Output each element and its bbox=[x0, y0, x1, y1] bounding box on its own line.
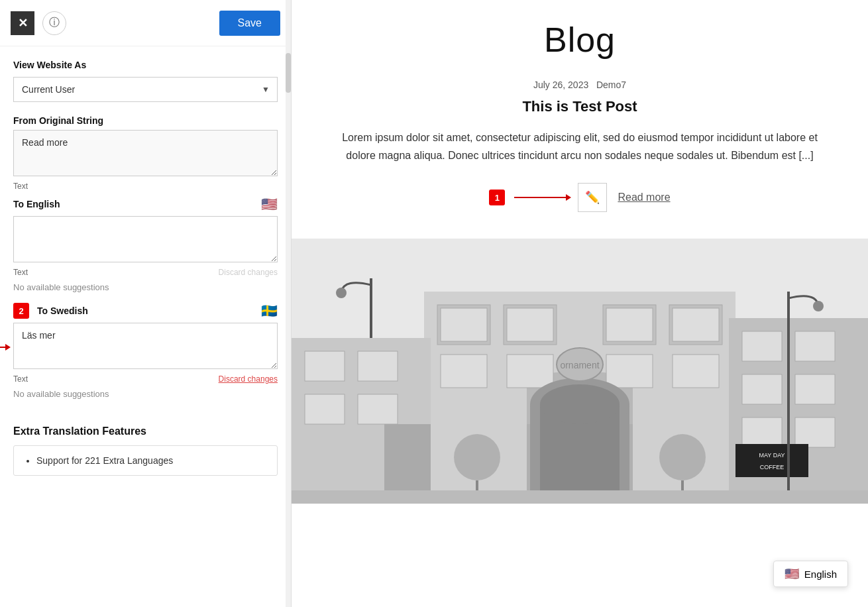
to-swedish-discard-link[interactable]: Discard changes bbox=[219, 374, 278, 384]
svg-rect-37 bbox=[735, 444, 808, 477]
svg-point-40 bbox=[454, 434, 500, 480]
to-swedish-header: 2 To Swedish 🇸🇪 bbox=[13, 303, 278, 319]
blog-title: Blog bbox=[292, 0, 868, 66]
svg-rect-16 bbox=[606, 355, 653, 388]
svg-rect-35 bbox=[742, 417, 782, 447]
panel-scroll: View Website As Current User Guest Admin… bbox=[0, 46, 291, 607]
scrollbar-track[interactable] bbox=[286, 0, 291, 607]
edit-button[interactable]: ✏️ bbox=[578, 183, 607, 212]
extra-features-section: Extra Translation Features Support for 2… bbox=[13, 425, 278, 476]
pencil-icon: ✏️ bbox=[585, 190, 600, 205]
extra-features-list: Support for 221 Extra Languages bbox=[25, 455, 266, 466]
svg-rect-15 bbox=[507, 355, 553, 388]
from-original-label: From Original String bbox=[13, 115, 103, 126]
view-website-label: View Website As bbox=[13, 60, 278, 70]
svg-rect-26 bbox=[358, 351, 398, 381]
svg-rect-27 bbox=[305, 394, 345, 424]
post-date: July 26, 2023 bbox=[533, 80, 588, 90]
badge-1-annotation: 1 bbox=[489, 190, 567, 205]
post-meta: July 26, 2023 Demo7 bbox=[335, 80, 825, 90]
post-body: Lorem ipsum dolor sit amet, consectetur … bbox=[335, 129, 825, 164]
svg-rect-12 bbox=[606, 308, 653, 341]
arrow-2 bbox=[0, 347, 7, 348]
scrollbar-thumb[interactable] bbox=[286, 53, 291, 93]
save-button[interactable]: Save bbox=[219, 11, 280, 36]
annotation-badge-2: 2 bbox=[13, 303, 29, 319]
to-swedish-type: Text bbox=[13, 374, 28, 384]
list-item: Support for 221 Extra Languages bbox=[36, 455, 266, 466]
to-swedish-label: To Swedish bbox=[37, 305, 88, 316]
to-english-type: Text bbox=[13, 268, 28, 277]
annotation-badge-1: 1 bbox=[489, 190, 505, 205]
left-panel: ✕ ⓘ Save View Website As Current User Gu… bbox=[0, 0, 292, 607]
svg-point-21 bbox=[540, 384, 620, 424]
to-swedish-footer: Text Discard changes bbox=[13, 374, 278, 384]
to-english-footer: Text Discard changes bbox=[13, 268, 278, 277]
to-swedish-textarea[interactable]: Läs mer bbox=[13, 323, 278, 369]
svg-rect-33 bbox=[742, 374, 782, 404]
svg-rect-17 bbox=[673, 355, 719, 388]
arrow-shaft-1 bbox=[514, 197, 567, 198]
svg-rect-32 bbox=[795, 331, 835, 361]
info-button[interactable]: ⓘ bbox=[42, 11, 66, 35]
svg-rect-11 bbox=[507, 308, 553, 341]
to-english-header: To English 🇺🇸 bbox=[13, 196, 278, 212]
from-original-textarea[interactable]: Read more bbox=[13, 130, 278, 176]
to-english-discard-link[interactable]: Discard changes bbox=[219, 268, 278, 277]
from-original-footer: Text bbox=[13, 182, 278, 191]
svg-rect-14 bbox=[441, 355, 487, 388]
to-swedish-group: 2 To Swedish 🇸🇪 Läs mer Text Discard cha… bbox=[13, 303, 278, 384]
language-flag: 🇺🇸 bbox=[785, 567, 799, 581]
english-flag: 🇺🇸 bbox=[261, 196, 278, 212]
svg-text:ornament: ornament bbox=[560, 360, 599, 370]
to-english-textarea[interactable] bbox=[13, 216, 278, 262]
svg-point-41 bbox=[659, 434, 706, 480]
to-swedish-suggestions: No available suggestions bbox=[13, 389, 278, 399]
close-button[interactable]: ✕ bbox=[11, 11, 34, 35]
view-website-select-wrapper: Current User Guest Admin bbox=[13, 77, 278, 102]
svg-point-2 bbox=[336, 288, 347, 298]
to-english-group: To English 🇺🇸 Text Discard changes bbox=[13, 196, 278, 277]
svg-text:COFFEE: COFFEE bbox=[760, 464, 785, 470]
arrow-1 bbox=[514, 197, 567, 198]
from-original-type: Text bbox=[13, 182, 28, 191]
svg-rect-34 bbox=[795, 374, 835, 404]
svg-point-45 bbox=[813, 301, 824, 311]
from-original-header: From Original String bbox=[13, 115, 278, 126]
language-button[interactable]: 🇺🇸 English bbox=[773, 561, 848, 587]
blog-image: ornament MAY DAY COFFEE bbox=[292, 239, 868, 504]
extra-features-title: Extra Translation Features bbox=[13, 425, 278, 437]
right-panel: Blog July 26, 2023 Demo7 This is Test Po… bbox=[292, 0, 868, 607]
svg-text:MAY DAY: MAY DAY bbox=[759, 452, 785, 459]
svg-rect-36 bbox=[795, 417, 835, 447]
read-more-area: 1 ✏️ Read more bbox=[335, 183, 825, 212]
svg-rect-13 bbox=[673, 308, 719, 341]
svg-rect-28 bbox=[358, 394, 398, 424]
extra-features-box: Support for 221 Extra Languages bbox=[13, 445, 278, 476]
building-illustration: ornament MAY DAY COFFEE bbox=[292, 239, 868, 504]
to-english-label: To English bbox=[13, 199, 60, 209]
to-english-suggestions: No available suggestions bbox=[13, 282, 278, 292]
svg-rect-10 bbox=[441, 308, 487, 341]
svg-rect-25 bbox=[305, 351, 345, 381]
top-bar: ✕ ⓘ Save bbox=[0, 0, 291, 46]
read-more-link[interactable]: Read more bbox=[618, 192, 670, 203]
post-author: Demo7 bbox=[596, 80, 626, 90]
svg-rect-46 bbox=[292, 490, 868, 504]
language-label: English bbox=[804, 569, 837, 580]
swedish-flag: 🇸🇪 bbox=[261, 303, 278, 319]
post-title: This is Test Post bbox=[335, 98, 825, 115]
blog-content: July 26, 2023 Demo7 This is Test Post Lo… bbox=[315, 66, 845, 239]
view-website-select[interactable]: Current User Guest Admin bbox=[13, 77, 278, 102]
svg-rect-31 bbox=[742, 331, 782, 361]
from-original-group: From Original String Read more Text bbox=[13, 115, 278, 191]
